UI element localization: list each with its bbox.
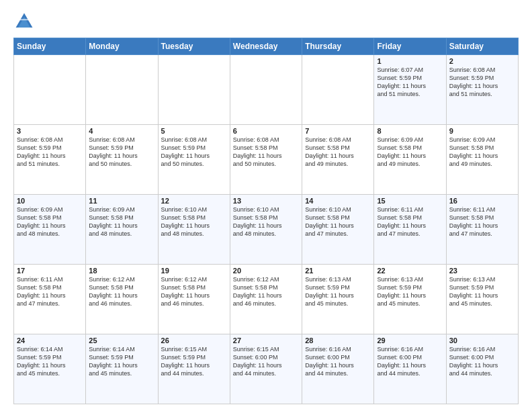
logo: [13, 11, 36, 32]
day-info: Sunrise: 6:11 AM Sunset: 5:58 PM Dayligh…: [449, 205, 515, 238]
day-number: 14: [305, 197, 371, 205]
calendar-cell: 3Sunrise: 6:08 AM Sunset: 5:59 PM Daylig…: [14, 125, 86, 195]
day-number: 16: [449, 197, 515, 205]
day-info: Sunrise: 6:15 AM Sunset: 6:00 PM Dayligh…: [233, 345, 299, 378]
day-number: 17: [17, 267, 83, 275]
calendar-cell: 16Sunrise: 6:11 AM Sunset: 5:58 PM Dayli…: [446, 195, 518, 265]
calendar-cell: [14, 55, 86, 125]
calendar-cell: 26Sunrise: 6:15 AM Sunset: 5:59 PM Dayli…: [158, 334, 230, 404]
day-number: 21: [305, 267, 371, 275]
svg-rect-2: [19, 19, 29, 20]
day-number: 6: [233, 127, 299, 135]
day-number: 25: [89, 336, 154, 345]
weekday-saturday: Saturday: [446, 38, 518, 55]
calendar-cell: 10Sunrise: 6:09 AM Sunset: 5:58 PM Dayli…: [14, 195, 86, 265]
weekday-header-row: SundayMondayTuesdayWednesdayThursdayFrid…: [14, 38, 519, 55]
header: [13, 11, 519, 32]
calendar-cell: 9Sunrise: 6:09 AM Sunset: 5:58 PM Daylig…: [446, 125, 518, 195]
calendar-cell: [230, 55, 302, 125]
day-number: 19: [161, 267, 227, 275]
day-info: Sunrise: 6:11 AM Sunset: 5:58 PM Dayligh…: [377, 205, 443, 238]
calendar-cell: [302, 55, 374, 125]
day-number: 15: [377, 197, 443, 205]
day-number: 10: [17, 197, 83, 205]
day-info: Sunrise: 6:08 AM Sunset: 5:58 PM Dayligh…: [305, 136, 371, 169]
day-number: 22: [377, 267, 443, 275]
day-info: Sunrise: 6:12 AM Sunset: 5:58 PM Dayligh…: [89, 275, 154, 308]
day-info: Sunrise: 6:16 AM Sunset: 6:00 PM Dayligh…: [449, 345, 515, 378]
day-info: Sunrise: 6:13 AM Sunset: 5:59 PM Dayligh…: [449, 275, 515, 308]
calendar-cell: 18Sunrise: 6:12 AM Sunset: 5:58 PM Dayli…: [86, 265, 158, 334]
day-info: Sunrise: 6:10 AM Sunset: 5:58 PM Dayligh…: [233, 205, 299, 238]
calendar-cell: 24Sunrise: 6:14 AM Sunset: 5:59 PM Dayli…: [14, 334, 86, 404]
weekday-wednesday: Wednesday: [230, 38, 302, 55]
week-row-5: 24Sunrise: 6:14 AM Sunset: 5:59 PM Dayli…: [14, 334, 519, 404]
day-info: Sunrise: 6:08 AM Sunset: 5:59 PM Dayligh…: [161, 136, 227, 169]
day-info: Sunrise: 6:16 AM Sunset: 6:00 PM Dayligh…: [377, 345, 443, 378]
calendar-cell: 17Sunrise: 6:11 AM Sunset: 5:58 PM Dayli…: [14, 265, 86, 334]
calendar-cell: 6Sunrise: 6:08 AM Sunset: 5:58 PM Daylig…: [230, 125, 302, 195]
calendar-cell: 27Sunrise: 6:15 AM Sunset: 6:00 PM Dayli…: [230, 334, 302, 404]
day-number: 23: [449, 267, 515, 275]
day-info: Sunrise: 6:09 AM Sunset: 5:58 PM Dayligh…: [449, 136, 515, 169]
day-info: Sunrise: 6:10 AM Sunset: 5:58 PM Dayligh…: [161, 205, 227, 238]
weekday-friday: Friday: [374, 38, 446, 55]
week-row-3: 10Sunrise: 6:09 AM Sunset: 5:58 PM Dayli…: [14, 195, 519, 265]
day-number: 24: [17, 336, 83, 345]
day-number: 20: [233, 267, 299, 275]
day-number: 3: [17, 127, 83, 135]
day-number: 2: [449, 57, 515, 65]
day-info: Sunrise: 6:13 AM Sunset: 5:59 PM Dayligh…: [377, 275, 443, 308]
day-number: 5: [161, 127, 227, 135]
day-number: 18: [89, 267, 154, 275]
day-info: Sunrise: 6:09 AM Sunset: 5:58 PM Dayligh…: [89, 205, 154, 238]
day-info: Sunrise: 6:14 AM Sunset: 5:59 PM Dayligh…: [89, 345, 154, 378]
day-info: Sunrise: 6:08 AM Sunset: 5:58 PM Dayligh…: [233, 136, 299, 169]
weekday-thursday: Thursday: [302, 38, 374, 55]
day-info: Sunrise: 6:08 AM Sunset: 5:59 PM Dayligh…: [89, 136, 154, 169]
page: SundayMondayTuesdayWednesdayThursdayFrid…: [0, 0, 532, 411]
calendar-cell: 20Sunrise: 6:12 AM Sunset: 5:58 PM Dayli…: [230, 265, 302, 334]
calendar-cell: 2Sunrise: 6:08 AM Sunset: 5:59 PM Daylig…: [446, 55, 518, 125]
day-number: 4: [89, 127, 154, 135]
day-info: Sunrise: 6:12 AM Sunset: 5:58 PM Dayligh…: [161, 275, 227, 308]
calendar-cell: 30Sunrise: 6:16 AM Sunset: 6:00 PM Dayli…: [446, 334, 518, 404]
day-info: Sunrise: 6:16 AM Sunset: 6:00 PM Dayligh…: [305, 345, 371, 378]
day-number: 30: [449, 336, 515, 345]
day-info: Sunrise: 6:13 AM Sunset: 5:59 PM Dayligh…: [305, 275, 371, 308]
day-info: Sunrise: 6:12 AM Sunset: 5:58 PM Dayligh…: [233, 275, 299, 308]
calendar-cell: 4Sunrise: 6:08 AM Sunset: 5:59 PM Daylig…: [86, 125, 158, 195]
week-row-4: 17Sunrise: 6:11 AM Sunset: 5:58 PM Dayli…: [14, 265, 519, 334]
week-row-1: 1Sunrise: 6:07 AM Sunset: 5:59 PM Daylig…: [14, 55, 519, 125]
weekday-tuesday: Tuesday: [158, 38, 230, 55]
calendar-cell: 11Sunrise: 6:09 AM Sunset: 5:58 PM Dayli…: [86, 195, 158, 265]
day-number: 28: [305, 336, 371, 345]
day-number: 8: [377, 127, 443, 135]
day-number: 12: [161, 197, 227, 205]
day-number: 1: [377, 57, 443, 65]
calendar-cell: 7Sunrise: 6:08 AM Sunset: 5:58 PM Daylig…: [302, 125, 374, 195]
week-row-2: 3Sunrise: 6:08 AM Sunset: 5:59 PM Daylig…: [14, 125, 519, 195]
calendar-cell: 19Sunrise: 6:12 AM Sunset: 5:58 PM Dayli…: [158, 265, 230, 334]
calendar-cell: 29Sunrise: 6:16 AM Sunset: 6:00 PM Dayli…: [374, 334, 446, 404]
weekday-monday: Monday: [86, 38, 158, 55]
day-number: 29: [377, 336, 443, 345]
calendar-cell: [158, 55, 230, 125]
day-info: Sunrise: 6:09 AM Sunset: 5:58 PM Dayligh…: [17, 205, 83, 238]
day-number: 7: [305, 127, 371, 135]
calendar-cell: 13Sunrise: 6:10 AM Sunset: 5:58 PM Dayli…: [230, 195, 302, 265]
day-info: Sunrise: 6:07 AM Sunset: 5:59 PM Dayligh…: [377, 66, 443, 99]
calendar-cell: 1Sunrise: 6:07 AM Sunset: 5:59 PM Daylig…: [374, 55, 446, 125]
calendar-cell: 5Sunrise: 6:08 AM Sunset: 5:59 PM Daylig…: [158, 125, 230, 195]
day-info: Sunrise: 6:15 AM Sunset: 5:59 PM Dayligh…: [161, 345, 227, 378]
calendar-cell: 8Sunrise: 6:09 AM Sunset: 5:58 PM Daylig…: [374, 125, 446, 195]
day-info: Sunrise: 6:14 AM Sunset: 5:59 PM Dayligh…: [17, 345, 83, 378]
day-number: 26: [161, 336, 227, 345]
calendar-cell: 14Sunrise: 6:10 AM Sunset: 5:58 PM Dayli…: [302, 195, 374, 265]
calendar-cell: 12Sunrise: 6:10 AM Sunset: 5:58 PM Dayli…: [158, 195, 230, 265]
day-number: 9: [449, 127, 515, 135]
calendar-cell: [86, 55, 158, 125]
day-number: 11: [89, 197, 154, 205]
day-info: Sunrise: 6:08 AM Sunset: 5:59 PM Dayligh…: [449, 66, 515, 99]
calendar-cell: 22Sunrise: 6:13 AM Sunset: 5:59 PM Dayli…: [374, 265, 446, 334]
